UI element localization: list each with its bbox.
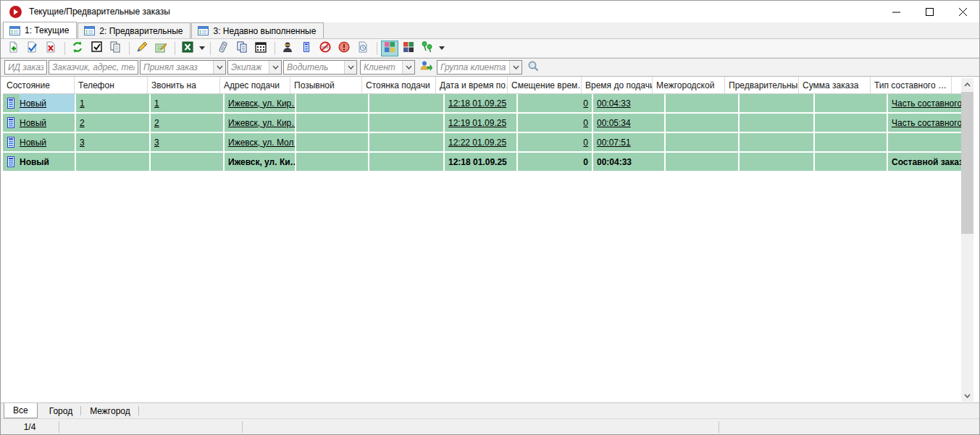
cell-composite_type[interactable]: Часть составного — [888, 94, 969, 112]
cell-call_to[interactable]: 3 — [151, 133, 223, 151]
column-header-callsign[interactable]: Позывной — [290, 77, 362, 93]
bottom-tab-all[interactable]: Все — [4, 403, 38, 418]
calendar-button[interactable] — [252, 41, 269, 56]
cell-time_to[interactable]: 00:04:33 — [593, 153, 664, 171]
chevron-down-icon[interactable] — [509, 61, 522, 74]
column-header-call_to[interactable]: Звонить на — [148, 77, 220, 93]
map-pins-dropdown-icon[interactable] — [437, 41, 446, 56]
cell-text: 12:18 01.09.25 — [448, 98, 506, 109]
took-order-select[interactable]: Принял заказ — [140, 60, 226, 75]
cell-state[interactable]: Новый — [3, 114, 75, 132]
cell-call_to[interactable]: 2 — [151, 114, 223, 132]
map-pins-button[interactable] — [419, 41, 436, 56]
maximize-button[interactable] — [913, 1, 946, 22]
column-header-preliminary[interactable]: Предварительный — [725, 77, 799, 93]
export-excel-button[interactable] — [179, 41, 196, 56]
cell-time_to[interactable]: 00:04:33 — [593, 94, 664, 112]
no-smoking-button[interactable] — [317, 41, 334, 56]
alert-button[interactable] — [335, 41, 353, 56]
scroll-up-icon[interactable] — [961, 78, 973, 90]
tab-current[interactable]: 1: Текущие — [3, 22, 77, 38]
column-header-offset[interactable]: Смещение врем… — [508, 77, 582, 93]
cell-offset[interactable]: 0 — [518, 153, 592, 171]
table-row[interactable]: Новый11Ижевск, ул. Кир…12:18 01.09.25000… — [3, 94, 971, 112]
phone-status-icon — [7, 98, 15, 109]
customer-search-input[interactable] — [49, 60, 138, 75]
tab-recent[interactable]: 3: Недавно выполненные — [191, 22, 324, 38]
tab-label: 3: Недавно выполненные — [213, 26, 316, 36]
driver-button[interactable] — [279, 41, 296, 56]
confirm-checkbox-button[interactable] — [88, 41, 105, 56]
chevron-down-icon[interactable] — [269, 61, 281, 74]
column-header-composite_type[interactable]: Тип составного … — [871, 77, 952, 93]
tab-preliminary[interactable]: 2: Предварительные — [78, 22, 190, 38]
column-header-intercity[interactable]: Межгородской — [653, 77, 725, 93]
cell-phone — [76, 153, 149, 171]
groups-alt-button[interactable] — [400, 41, 417, 56]
close-button[interactable] — [946, 1, 979, 22]
cell-composite_type[interactable]: Составной заказ — [888, 153, 969, 171]
edit-note-button[interactable] — [133, 41, 151, 56]
client-select[interactable]: Клиент — [360, 60, 415, 75]
bottom-tab-city[interactable]: Город — [41, 403, 81, 418]
groups-toggle-button[interactable] — [381, 41, 398, 56]
properties-button[interactable] — [152, 41, 169, 56]
scrollbar-thumb[interactable] — [961, 92, 973, 234]
cell-datetime[interactable]: 12:22 01.09.25 — [445, 133, 516, 151]
cell-phone[interactable]: 2 — [76, 114, 149, 132]
edit-order-button[interactable] — [23, 41, 41, 56]
phone-status-button[interactable] — [298, 41, 315, 56]
column-header-stand[interactable]: Стоянка подачи — [362, 77, 436, 93]
cell-time_to[interactable]: 00:05:34 — [593, 114, 664, 132]
cell-state[interactable]: Новый — [3, 133, 75, 151]
client-search-button[interactable] — [418, 59, 434, 75]
cell-state[interactable]: Новый — [3, 153, 75, 171]
vertical-scrollbar[interactable] — [961, 78, 973, 402]
chevron-down-icon[interactable] — [344, 61, 356, 74]
order-id-input[interactable] — [4, 60, 47, 75]
cell-state[interactable]: Новый — [3, 94, 75, 112]
cell-phone[interactable]: 1 — [76, 94, 149, 112]
table-row[interactable]: НовыйИжевск, ул. Ки…12:18 01.09.25000:04… — [3, 153, 971, 171]
cell-call_to[interactable]: 1 — [151, 94, 223, 112]
scroll-down-icon[interactable] — [961, 389, 973, 402]
delete-order-button[interactable] — [42, 41, 59, 56]
copy-documents-button[interactable] — [233, 41, 251, 56]
column-header-phone[interactable]: Телефон — [75, 77, 148, 93]
cell-address[interactable]: Ижевск, ул. Ки… — [225, 153, 295, 171]
cell-time_to[interactable]: 00:07:51 — [593, 133, 664, 151]
cell-offset[interactable]: 0 — [518, 94, 592, 112]
excel-dropdown-icon[interactable] — [198, 41, 206, 56]
copy-order-button[interactable] — [106, 41, 124, 56]
table-row[interactable]: Новый33Ижевск, ул. Мол…12:22 01.09.25000… — [3, 133, 971, 151]
cell-offset[interactable]: 0 — [518, 133, 592, 151]
cell-address[interactable]: Ижевск, ул. Кир… — [225, 114, 295, 132]
chevron-down-icon[interactable] — [402, 61, 414, 74]
refresh-button[interactable] — [69, 41, 86, 56]
cell-phone[interactable]: 3 — [76, 133, 149, 151]
minimize-button[interactable] — [879, 1, 913, 22]
column-header-time_to[interactable]: Время до подачи — [582, 77, 653, 93]
phone-call-button[interactable] — [214, 41, 232, 56]
cell-datetime[interactable]: 12:18 01.09.25 — [445, 94, 516, 112]
cell-offset[interactable]: 0 — [518, 114, 592, 132]
search-button[interactable] — [525, 59, 541, 75]
cell-intercity — [666, 133, 738, 151]
cell-address[interactable]: Ижевск, ул. Мол… — [225, 133, 295, 151]
client-group-select[interactable]: Группа клиента — [437, 60, 522, 75]
cell-composite_type[interactable]: Часть составного — [888, 114, 969, 132]
column-header-datetime[interactable]: Дата и время по… — [436, 77, 508, 93]
add-order-button[interactable] — [4, 41, 22, 56]
cell-datetime[interactable]: 12:18 01.09.25 — [445, 153, 516, 171]
column-header-state[interactable]: Состояние — [3, 77, 75, 93]
column-header-order_sum[interactable]: Сумма заказа — [799, 77, 871, 93]
bottom-tab-intercity[interactable]: Межгород — [81, 403, 139, 418]
cell-datetime[interactable]: 12:19 01.09.25 — [445, 114, 516, 132]
cell-address[interactable]: Ижевск, ул. Кир… — [225, 94, 295, 112]
chevron-down-icon[interactable] — [213, 61, 225, 74]
column-header-address[interactable]: Адрес подачи — [220, 77, 290, 93]
driver-select[interactable]: Водитель — [283, 60, 357, 75]
order-time-button[interactable] — [354, 41, 372, 56]
crew-select[interactable]: Экипаж — [227, 60, 282, 75]
table-row[interactable]: Новый22Ижевск, ул. Кир…12:19 01.09.25000… — [3, 114, 971, 132]
